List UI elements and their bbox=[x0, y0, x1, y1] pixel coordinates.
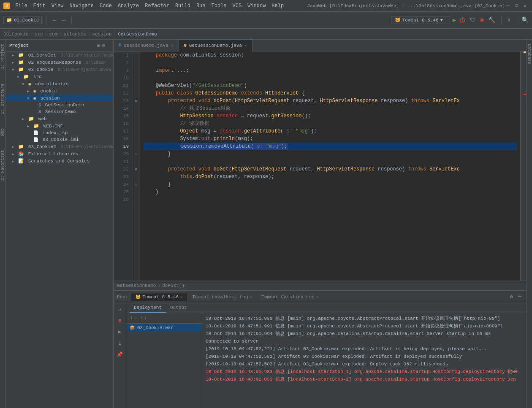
editor-area: 1 2 3 10 11 12 13 14 15 16 17 18 19 20 2… bbox=[114, 51, 526, 281]
panel-settings-icon[interactable]: ⚙ bbox=[102, 42, 105, 49]
line-num-16: 16 bbox=[114, 120, 132, 127]
gutter-12 bbox=[133, 89, 140, 97]
breadcrumb-method[interactable]: doPost() bbox=[162, 283, 185, 288]
tree-item-index-jsp[interactable]: 📄 index.jsp bbox=[6, 130, 113, 136]
tree-item-03_Cookie-iml[interactable]: 📄 03_Cookie.iml bbox=[6, 136, 113, 143]
run-button[interactable]: ▶ bbox=[453, 16, 456, 24]
stop-btn-panel[interactable]: ■ bbox=[117, 316, 122, 325]
forward-button[interactable]: → bbox=[60, 16, 67, 25]
pin-btn[interactable]: 📌 bbox=[115, 350, 124, 359]
breadcrumb-item-0[interactable]: 03_Cookie bbox=[3, 32, 28, 37]
project-selector[interactable]: 📁 03_Cookie bbox=[3, 16, 42, 24]
breadcrumb-item-5[interactable]: GetSessionDemo bbox=[118, 32, 157, 37]
dep-down-button[interactable]: ↓ bbox=[144, 316, 147, 321]
breadcrumb-class[interactable]: GetSessionDemo bbox=[117, 283, 156, 288]
run-config-selector[interactable]: 🐱 Tomcat 8.5.46 ▼ bbox=[391, 16, 450, 24]
tree-arrow bbox=[26, 138, 31, 142]
bottom-tab-catalina-log[interactable]: Tomcat Catalina Log ✕ bbox=[257, 293, 323, 301]
bottom-tab-localhost-log[interactable]: Tomcat Localhost Log ✕ bbox=[188, 293, 256, 301]
tree-item-WEB-INF[interactable]: ▶ 📁 WEB-INF bbox=[6, 122, 113, 130]
sidebar-tab-web[interactable]: Web bbox=[0, 126, 6, 138]
catalina-log-close[interactable]: ✕ bbox=[316, 295, 319, 300]
close-panel-icon[interactable]: ─ bbox=[516, 293, 523, 301]
tree-item-03_Cookie2[interactable]: ▶ 📁 03_Cookie2 D:\IdeaProjects\JavaW bbox=[6, 143, 113, 150]
tree-item-03_Cookie[interactable]: ▼ 📁 03_Cookie D:\IdeaProjects\JavaW bbox=[6, 66, 113, 73]
menu-navigate[interactable]: Navigate bbox=[67, 2, 96, 10]
search-icon[interactable]: 🔍 bbox=[521, 16, 529, 24]
sub-tab-output[interactable]: Output bbox=[166, 303, 191, 313]
tab-GetSessionDemo[interactable]: G GetSessionDemo.java ✕ bbox=[179, 40, 252, 51]
panel-minimize-icon[interactable]: ─ bbox=[107, 42, 110, 49]
bottom-panel-tabs: Run: 🐱 Tomcat 8.5.46 ✕ Tomcat Localhost … bbox=[114, 291, 526, 303]
dep-remove-button[interactable]: - bbox=[135, 315, 138, 322]
sidebar-tab-project[interactable]: 1: Project bbox=[0, 41, 6, 72]
breadcrumb-item-3[interactable]: atlantis bbox=[64, 32, 86, 37]
deployment-item-03_Cookie[interactable]: 📦 03_Cookie:war bbox=[126, 324, 202, 332]
build-button[interactable]: 🔨 bbox=[486, 15, 497, 25]
menu-tools[interactable]: Tools bbox=[209, 2, 229, 10]
sidebar-tab-database[interactable]: Database bbox=[526, 41, 532, 67]
tree-item-01_Servlet[interactable]: ▶ 📁 01_Servlet D:\IdeaProjects\JavaW bbox=[6, 51, 113, 59]
settings-icon[interactable]: ⚙ bbox=[508, 293, 515, 301]
gutter-17 bbox=[133, 127, 140, 135]
sub-tab-deployment[interactable]: Deployment bbox=[130, 303, 166, 313]
tree-item-SessionDemo[interactable]: S SessionDemo bbox=[6, 108, 113, 115]
menu-analyze[interactable]: Analyze bbox=[115, 2, 141, 10]
tomcat-tab-close[interactable]: ✕ bbox=[180, 295, 183, 300]
coverage-button[interactable]: 🛡 bbox=[468, 16, 478, 25]
main-layout: 1: Project 2: Structure Web 2: Favorites… bbox=[0, 40, 532, 408]
menu-file[interactable]: File bbox=[13, 2, 30, 10]
maximize-button[interactable]: □ bbox=[513, 3, 520, 9]
rerun-btn[interactable]: ▶ bbox=[117, 327, 122, 336]
restart-btn[interactable]: ↺ bbox=[117, 305, 122, 314]
tree-path: D:\IdeaProjects\JavaW bbox=[58, 68, 111, 72]
menu-bar[interactable]: File Edit View Navigate Code Analyze Ref… bbox=[13, 2, 307, 10]
tree-item-src[interactable]: ▼ 📁 src bbox=[6, 73, 113, 80]
menu-view[interactable]: View bbox=[49, 2, 66, 10]
folder-icon: 📁 bbox=[23, 74, 29, 79]
tree-item-external-libs[interactable]: ▶ 📚 External Libraries bbox=[6, 150, 113, 157]
tree-item-02_RequestResponse[interactable]: ▶ 📁 02_Request&Response D:\IdeaP bbox=[6, 59, 113, 66]
menu-edit[interactable]: Edit bbox=[31, 2, 48, 10]
menu-code[interactable]: Code bbox=[97, 2, 114, 10]
debug-button[interactable]: 🐞 bbox=[459, 16, 466, 24]
back-button[interactable]: ← bbox=[51, 16, 57, 25]
window-controls: ─ □ ✕ bbox=[505, 3, 529, 9]
dep-add-button[interactable]: + bbox=[130, 315, 133, 322]
menu-run[interactable]: Run bbox=[194, 2, 208, 10]
menu-window[interactable]: Window bbox=[245, 2, 268, 10]
minimize-button[interactable]: ─ bbox=[505, 3, 512, 9]
vcs-button[interactable]: ⬆ bbox=[506, 15, 513, 25]
log-line-4: Connected to server bbox=[206, 338, 523, 345]
breadcrumb-item-1[interactable]: src bbox=[35, 32, 43, 37]
menu-build[interactable]: Build bbox=[173, 2, 193, 10]
window-title: JavaWeb [D:\IdeaProjects\JavaWeb] – ...\… bbox=[307, 3, 505, 8]
sidebar-tab-favorites[interactable]: 2: Favorites bbox=[0, 148, 6, 183]
localhost-log-close[interactable]: ✕ bbox=[250, 295, 252, 300]
tree-item-cookie[interactable]: ▶ ◉ cookie bbox=[6, 87, 113, 95]
tree-item-com_atlantis[interactable]: ▼ ◉ com.atlantis bbox=[6, 80, 113, 87]
code-content[interactable]: package com.atlantis.session; import ...… bbox=[140, 51, 520, 281]
tab-SessionDemo[interactable]: C SessionDemo.java ✕ bbox=[114, 40, 179, 51]
tab-label-SessionDemo: SessionDemo.java bbox=[124, 43, 168, 48]
menu-help[interactable]: Help bbox=[269, 2, 286, 10]
breadcrumb-item-2[interactable]: com bbox=[49, 32, 57, 37]
menu-vcs[interactable]: VCS bbox=[230, 2, 244, 10]
close-button[interactable]: ✕ bbox=[522, 3, 529, 9]
tab-close-SessionDemo[interactable]: ✕ bbox=[171, 43, 174, 48]
tree-item-GetSessionDemo[interactable]: G GetSessionDemo bbox=[6, 102, 113, 108]
tree-item-session[interactable]: ▼ ◉ session bbox=[6, 95, 113, 102]
bottom-tab-tomcat[interactable]: 🐱 Tomcat 8.5.46 ✕ bbox=[131, 293, 187, 301]
breadcrumb-item-4[interactable]: session bbox=[92, 32, 111, 37]
dep-up-button[interactable]: ↑ bbox=[140, 316, 143, 321]
log-line-6: [2019-10-18 04:47:52,582] Artifact 03_Co… bbox=[206, 353, 523, 360]
tree-item-scratches[interactable]: ▶ 📝 Scratches and Consoles bbox=[6, 157, 113, 165]
tree-item-web[interactable]: ▶ 📁 web bbox=[6, 115, 113, 122]
panel-expand-icon[interactable]: ⊞ bbox=[97, 42, 100, 49]
bc-sep-3: › bbox=[88, 32, 91, 37]
scroll-end-btn[interactable]: ⤓ bbox=[117, 339, 123, 348]
sidebar-tab-structure[interactable]: 2: Structure bbox=[0, 81, 6, 116]
stop-button[interactable]: ■ bbox=[480, 17, 483, 24]
menu-refactor[interactable]: Refactor bbox=[142, 2, 172, 10]
tab-close-GetSessionDemo[interactable]: ✕ bbox=[244, 43, 247, 48]
